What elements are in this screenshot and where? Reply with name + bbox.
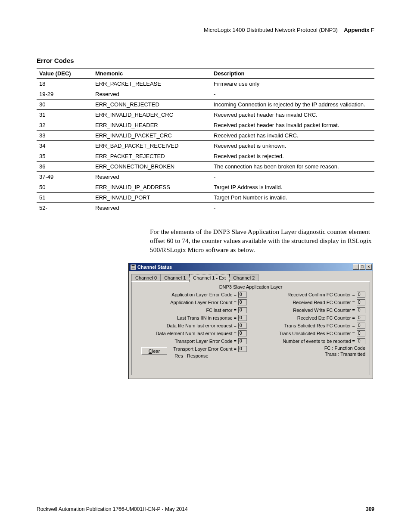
doc-title: MicroLogix 1400 Distributed Network Prot… bbox=[204, 27, 338, 33]
cell-description: Firmware use only bbox=[211, 79, 374, 89]
field-row: FC last error =0 bbox=[136, 307, 247, 314]
maximize-button[interactable]: □ bbox=[359, 264, 365, 270]
field-label: Transport Layer Error Count = bbox=[173, 346, 237, 352]
cell-value: 34 bbox=[37, 141, 93, 151]
table-row: 35ERR_PACKET_REJECTEDReceived packet is … bbox=[37, 151, 374, 162]
field-row: Received Etc FC Counter =0 bbox=[255, 314, 365, 321]
field-row: Data file Num last error request =0 bbox=[136, 322, 247, 329]
field-value: 0 bbox=[238, 292, 247, 298]
field-label: Application Layer Error Code = bbox=[171, 292, 237, 297]
dialog-panel: DNP3 Slave Application Layer Application… bbox=[131, 281, 370, 375]
dialog-titlebar[interactable]: ☰ Channel Status _ □ × bbox=[129, 263, 373, 271]
field-row: Application Layer Error Count =0 bbox=[136, 299, 247, 306]
legend-trans: Trans : Transmitted bbox=[255, 352, 365, 357]
close-button[interactable]: × bbox=[366, 264, 372, 270]
field-value: 0 bbox=[357, 299, 365, 305]
page-footer: Rockwell Automation Publication 1766-UM0… bbox=[37, 506, 374, 512]
cell-value: 33 bbox=[37, 131, 93, 141]
cell-description: - bbox=[211, 89, 374, 100]
field-value: 0 bbox=[238, 338, 247, 344]
legend-fc: FC : Function Code bbox=[255, 345, 365, 351]
field-label: FC last error = bbox=[206, 308, 237, 313]
cell-description: The connection has been broken for some … bbox=[211, 162, 374, 172]
field-label: Application Layer Error Count = bbox=[170, 300, 237, 305]
table-row: 33ERR_INVALID_PACKET_CRCReceived packet … bbox=[37, 131, 374, 141]
table-row: 52-Reserved- bbox=[37, 203, 374, 213]
field-row: Number of events to be reported =0 bbox=[255, 338, 365, 345]
field-value: 0 bbox=[238, 323, 247, 329]
table-row: 30ERR_CONN_REJECTEDIncoming Connection i… bbox=[37, 100, 374, 110]
cell-mnemonic: ERR_INVALID_IP_ADDRESS bbox=[93, 182, 211, 193]
field-label: Last Trans IIN in response = bbox=[177, 315, 237, 320]
field-label: Received Read FC Counter = bbox=[293, 300, 355, 305]
field-row: Last Trans IIN in response =0 bbox=[136, 314, 247, 321]
cell-description: Received packet header has invalid CRC. bbox=[211, 110, 374, 120]
cell-mnemonic: ERR_INVALID_PACKET_CRC bbox=[93, 131, 211, 141]
cell-value: 18 bbox=[37, 79, 93, 89]
tab-strip: Channel 0Channel 1Channel 1 - ExtChannel… bbox=[131, 274, 370, 281]
field-label: Received Etc FC Counter = bbox=[297, 315, 355, 320]
table-row: 34ERR_BAD_PACKET_RECEIVEDReceived packet… bbox=[37, 141, 374, 151]
field-label: Received Confirm FC Counter = bbox=[287, 292, 355, 297]
tab-channel-1[interactable]: Channel 1 bbox=[160, 274, 190, 282]
tab-channel-2[interactable]: Channel 2 bbox=[229, 274, 258, 282]
tab-channel-0[interactable]: Channel 0 bbox=[131, 274, 161, 282]
table-row: 19-29Reserved- bbox=[37, 89, 374, 100]
th-value: Value (DEC) bbox=[37, 68, 93, 79]
right-column: Received Confirm FC Counter =0Received R… bbox=[255, 291, 365, 358]
table-row: 37-49Reserved- bbox=[37, 172, 374, 182]
th-description: Description bbox=[211, 68, 374, 79]
cell-mnemonic: ERR_INVALID_HEADER_CRC bbox=[93, 110, 211, 120]
page-number: 309 bbox=[366, 506, 374, 512]
cell-mnemonic: ERR_PACKET_RELEASE bbox=[93, 79, 211, 89]
cell-description: Incoming Connection is rejected by the I… bbox=[211, 100, 374, 110]
cell-description: - bbox=[211, 172, 374, 182]
field-label: Data file Num last error request = bbox=[167, 323, 237, 328]
cell-mnemonic: ERR_INVALID_HEADER bbox=[93, 120, 211, 131]
field-label: Transport Layer Error Code = bbox=[174, 339, 237, 344]
field-value: 0 bbox=[238, 346, 247, 352]
cell-value: 51 bbox=[37, 193, 93, 203]
table-row: 31ERR_INVALID_HEADER_CRCReceived packet … bbox=[37, 110, 374, 120]
field-row: Trans Unsolicited Res FC Counter =0 bbox=[255, 330, 365, 337]
field-label: Data element Num last error request = bbox=[156, 331, 237, 336]
cell-description: Received packet is unknown. bbox=[211, 141, 374, 151]
cell-mnemonic: ERR_PACKET_REJECTED bbox=[93, 151, 211, 162]
cell-description: Target Port Number is invalid. bbox=[211, 193, 374, 203]
field-value: 0 bbox=[238, 299, 247, 305]
field-label: Trans Solicited Res FC Counter = bbox=[284, 323, 355, 328]
cell-value: 36 bbox=[37, 162, 93, 172]
field-label: Trans Unsolicited Res FC Counter = bbox=[279, 331, 355, 336]
cell-description: Received packet is rejected. bbox=[211, 151, 374, 162]
cell-description: Target IP Address is invalid. bbox=[211, 182, 374, 193]
field-row: Received Confirm FC Counter =0 bbox=[255, 291, 365, 298]
field-label: Number of events to be reported = bbox=[283, 339, 355, 344]
field-row: Transport Layer Error Code =0 bbox=[136, 338, 247, 345]
cell-value: 30 bbox=[37, 100, 93, 110]
cell-value: 35 bbox=[37, 151, 93, 162]
table-row: 50ERR_INVALID_IP_ADDRESSTarget IP Addres… bbox=[37, 182, 374, 193]
field-row: Application Layer Error Code =0 bbox=[136, 291, 247, 298]
tab-channel-1-ext[interactable]: Channel 1 - Ext bbox=[189, 274, 230, 282]
clear-button[interactable]: Clear bbox=[141, 347, 167, 355]
cell-value: 50 bbox=[37, 182, 93, 193]
cell-mnemonic: ERR_CONNECTION_BROKEN bbox=[93, 162, 211, 172]
dialog-title: Channel Status bbox=[137, 264, 172, 270]
channel-status-dialog: ☰ Channel Status _ □ × Channel 0Channel … bbox=[128, 263, 373, 379]
app-icon: ☰ bbox=[131, 264, 136, 270]
field-value: 0 bbox=[357, 338, 365, 344]
cell-value: 19-29 bbox=[37, 89, 93, 100]
error-codes-table: Value (DEC) Mnemonic Description 18ERR_P… bbox=[37, 68, 374, 213]
panel-title: DNP3 Slave Application Layer bbox=[136, 284, 365, 289]
cell-description: Received packet has invalid CRC. bbox=[211, 131, 374, 141]
publication-info: Rockwell Automation Publication 1766-UM0… bbox=[37, 506, 188, 512]
minimize-button[interactable]: _ bbox=[353, 264, 359, 270]
field-row: Data element Num last error request =0 bbox=[136, 330, 247, 337]
cell-mnemonic: ERR_BAD_PACKET_RECEIVED bbox=[93, 141, 211, 151]
field-value: 0 bbox=[357, 292, 365, 298]
cell-mnemonic: ERR_CONN_REJECTED bbox=[93, 100, 211, 110]
cell-mnemonic: Reserved bbox=[93, 89, 211, 100]
cell-value: 32 bbox=[37, 120, 93, 131]
field-value: 0 bbox=[238, 330, 247, 336]
table-row: 51ERR_INVALID_PORTTarget Port Number is … bbox=[37, 193, 374, 203]
